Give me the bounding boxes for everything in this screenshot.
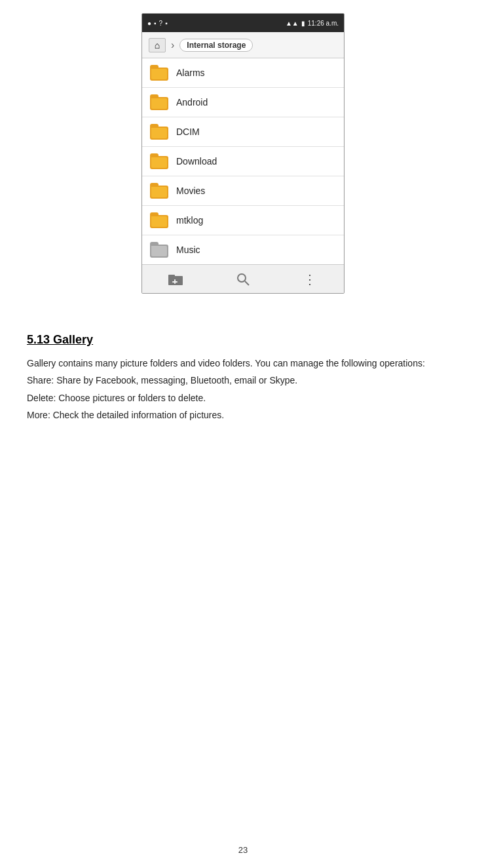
folder-name-mtklog: mtklog xyxy=(176,215,203,226)
svg-point-4 xyxy=(238,274,246,282)
status-bar-right: ▲▲ ▮ 11:26 a.m. xyxy=(286,20,339,27)
content-section: 5.13 Gallery Gallery contains many pictu… xyxy=(20,333,466,425)
signal-icon: ▲▲ xyxy=(286,20,299,27)
paragraph-delete: Delete: Choose pictures or folders to de… xyxy=(27,391,459,405)
folder-icon-music xyxy=(150,242,168,258)
folder-name-dcim: DCIM xyxy=(176,127,200,137)
folder-name-alarms: Alarms xyxy=(176,68,205,78)
folder-item-movies[interactable]: Movies xyxy=(142,176,344,206)
search-icon xyxy=(236,273,250,286)
folder-item-dcim[interactable]: DCIM xyxy=(142,117,344,147)
home-icon: ⌂ xyxy=(155,40,160,50)
svg-rect-3 xyxy=(172,281,178,283)
folder-name-android: Android xyxy=(176,97,208,108)
home-button[interactable]: ⌂ xyxy=(149,38,166,52)
phone-screenshot: ● ▪ ? ▪ ▲▲ ▮ 11:26 a.m. ⌂ › Internal sto… xyxy=(141,13,345,294)
folder-item-download[interactable]: Download xyxy=(142,147,344,176)
breadcrumb-internal-storage[interactable]: Internal storage xyxy=(179,39,253,52)
bottom-toolbar: ⋮ xyxy=(142,264,344,293)
folder-icon-download xyxy=(150,153,168,169)
nav-bar: ⌂ › Internal storage xyxy=(142,32,344,58)
time-display: 11:26 a.m. xyxy=(308,20,339,27)
search-button[interactable] xyxy=(230,267,256,291)
folder-icon-dcim xyxy=(150,124,168,140)
page-number: 23 xyxy=(238,845,248,855)
new-folder-button[interactable] xyxy=(162,267,189,291)
section-heading: 5.13 Gallery xyxy=(27,333,459,347)
battery-icon: ▮ xyxy=(301,20,305,27)
notification-icon-4: ▪ xyxy=(165,20,168,27)
nav-arrow: › xyxy=(171,39,174,51)
status-bar: ● ▪ ? ▪ ▲▲ ▮ 11:26 a.m. xyxy=(142,14,344,32)
svg-rect-1 xyxy=(168,275,175,277)
folder-item-alarms[interactable]: Alarms xyxy=(142,58,344,88)
notification-icon-2: ▪ xyxy=(154,20,157,27)
paragraph-more: More: Check the detailed information of … xyxy=(27,408,459,422)
svg-line-5 xyxy=(245,281,249,285)
more-options-icon: ⋮ xyxy=(303,271,317,287)
folder-item-android[interactable]: Android xyxy=(142,88,344,117)
paragraph-intro: Gallery contains many picture folders an… xyxy=(27,356,459,370)
more-options-button[interactable]: ⋮ xyxy=(297,267,324,291)
folder-icon-mtklog xyxy=(150,212,168,228)
paragraph-share: Share: Share by Facebook, messaging, Blu… xyxy=(27,373,459,387)
folder-item-music[interactable]: Music xyxy=(142,235,344,264)
notification-icon-1: ● xyxy=(147,20,151,27)
folder-name-movies: Movies xyxy=(176,186,205,196)
folder-icon-android xyxy=(150,94,168,110)
folder-icon-movies xyxy=(150,183,168,199)
page-container: ● ▪ ? ▪ ▲▲ ▮ 11:26 a.m. ⌂ › Internal sto… xyxy=(0,0,486,868)
folder-name-download: Download xyxy=(176,156,217,167)
new-folder-icon xyxy=(168,273,183,286)
file-list: Alarms Android DCIM xyxy=(142,58,344,264)
folder-name-music: Music xyxy=(176,245,200,255)
notification-icon-3: ? xyxy=(159,20,163,27)
folder-icon-alarms xyxy=(150,65,168,81)
folder-item-mtklog[interactable]: mtklog xyxy=(142,206,344,235)
status-bar-left: ● ▪ ? ▪ xyxy=(147,20,168,27)
